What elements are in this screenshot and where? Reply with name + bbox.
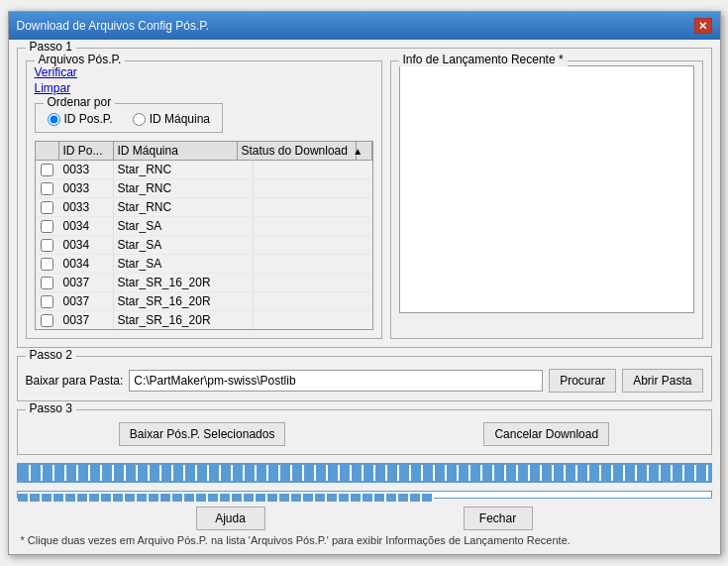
- row-check-0[interactable]: [36, 163, 59, 177]
- info-group: Info de Lançamento Recente *: [390, 60, 703, 339]
- row-id-2: 0033: [59, 198, 114, 216]
- passo2-group: Passo 2 Baixar para Pasta: Procurar Abri…: [17, 356, 712, 401]
- table-row[interactable]: 0033 Star_RNC: [36, 179, 372, 198]
- row-check-7[interactable]: [36, 294, 59, 309]
- info-textarea[interactable]: [399, 65, 694, 313]
- passo1-group: Passo 1 Arquivos Pós.P. Verificar Limpar…: [17, 48, 712, 348]
- passo1-content: Arquivos Pós.P. Verificar Limpar Ordenar…: [26, 60, 703, 339]
- row-status-2: [254, 205, 372, 209]
- row-status-6: [254, 281, 372, 284]
- row-id-7: 0037: [59, 292, 114, 310]
- radio-id-maquina-text: ID Máquina: [150, 112, 210, 126]
- row-status-4: [254, 243, 372, 247]
- progress-bar2-area: [17, 491, 712, 499]
- row-machine-5: Star_SA: [114, 255, 254, 273]
- passo2-content: Baixar para Pasta: Procurar Abrir Pasta: [26, 369, 703, 393]
- progress-bar2: [18, 494, 434, 502]
- row-check-5[interactable]: [36, 257, 59, 272]
- baixar-button[interactable]: Baixar Pós.P. Selecionados: [119, 422, 286, 446]
- abrir-pasta-button[interactable]: Abrir Pasta: [622, 369, 702, 393]
- row-check-6[interactable]: [36, 276, 59, 290]
- bottom-note: * Clique duas vezes em Arquivo Pós.P. na…: [17, 534, 712, 546]
- progress-bar: [19, 465, 710, 481]
- row-machine-3: Star_SA: [114, 217, 254, 235]
- passo3-content: Baixar Pós.P. Selecionados Cancelar Down…: [26, 422, 703, 446]
- left-panel: Arquivos Pós.P. Verificar Limpar Ordenar…: [26, 60, 382, 339]
- passo1-legend: Passo 1: [26, 40, 76, 54]
- radio-id-pos-text: ID Pos.P.: [64, 112, 113, 126]
- th-scroll: [357, 142, 372, 160]
- progress-bar-area: [17, 463, 712, 483]
- title-bar: Download de Arquivos Config Pós.P. ✕: [9, 12, 720, 40]
- row-checkbox-1[interactable]: [41, 182, 53, 195]
- passo2-legend: Passo 2: [26, 348, 76, 362]
- table-row[interactable]: 0033 Star_RNC: [36, 198, 372, 217]
- row-id-4: 0034: [59, 236, 114, 254]
- files-table: ID Po... ID Máquina Status do Download ▲…: [35, 141, 373, 330]
- table-row[interactable]: 0037 Star_SR_16_20R: [36, 274, 372, 292]
- table-row[interactable]: 0034 Star_SA: [36, 217, 372, 236]
- row-machine-8: Star_SR_16_20R: [114, 311, 254, 329]
- ajuda-button[interactable]: Ajuda: [196, 507, 265, 530]
- arquivos-legend: Arquivos Pós.P.: [35, 53, 126, 66]
- folder-input[interactable]: [129, 370, 543, 392]
- verificar-link[interactable]: Verificar: [35, 65, 373, 79]
- table-body: 0033 Star_RNC 0033 Star_RNC 0033 Star_RN…: [36, 161, 372, 329]
- ordenar-legend: Ordenar por: [44, 95, 116, 109]
- th-machine: ID Máquina: [114, 142, 238, 160]
- row-check-2[interactable]: [36, 200, 59, 215]
- table-row[interactable]: 0037 Star_SR_16_20R: [36, 292, 372, 311]
- row-status-8: [254, 318, 372, 322]
- row-status-5: [254, 262, 372, 266]
- row-check-8[interactable]: [36, 313, 59, 328]
- radio-id-maquina-label[interactable]: ID Máquina: [133, 112, 210, 126]
- row-id-8: 0037: [59, 311, 114, 329]
- row-status-3: [254, 224, 372, 228]
- cancelar-button[interactable]: Cancelar Download: [483, 422, 609, 446]
- row-check-3[interactable]: [36, 219, 59, 234]
- row-checkbox-2[interactable]: [41, 201, 53, 214]
- procurar-button[interactable]: Procurar: [549, 369, 616, 393]
- radio-id-maquina[interactable]: [133, 113, 146, 126]
- table-row[interactable]: 0034 Star_SA: [36, 236, 372, 255]
- row-status-1: [254, 186, 372, 190]
- row-machine-6: Star_SR_16_20R: [114, 274, 254, 291]
- row-machine-0: Star_RNC: [114, 161, 254, 178]
- row-machine-1: Star_RNC: [114, 179, 254, 197]
- fechar-button[interactable]: Fechar: [464, 507, 533, 530]
- passo3-legend: Passo 3: [26, 401, 76, 415]
- table-row[interactable]: 0033 Star_RNC: [36, 161, 372, 179]
- row-checkbox-0[interactable]: [41, 164, 53, 176]
- radio-id-pos[interactable]: [48, 113, 60, 126]
- ordenar-group: Ordenar por ID Pos.P. ID Máquina: [35, 103, 224, 133]
- row-checkbox-8[interactable]: [41, 314, 53, 327]
- table-header: ID Po... ID Máquina Status do Download ▲: [36, 142, 372, 161]
- close-button[interactable]: ✕: [694, 18, 712, 34]
- row-machine-7: Star_SR_16_20R: [114, 292, 254, 310]
- window-title: Download de Arquivos Config Pós.P.: [17, 19, 210, 33]
- table-row[interactable]: 0034 Star_SA: [36, 255, 372, 274]
- row-id-3: 0034: [59, 217, 114, 235]
- radio-id-pos-label[interactable]: ID Pos.P.: [48, 112, 113, 126]
- row-id-1: 0033: [59, 179, 114, 197]
- radio-row: ID Pos.P. ID Máquina: [48, 112, 211, 126]
- info-legend: Info de Lançamento Recente *: [399, 53, 568, 66]
- row-check-1[interactable]: [36, 181, 59, 196]
- main-window: Download de Arquivos Config Pós.P. ✕ Pas…: [8, 11, 721, 555]
- row-checkbox-5[interactable]: [41, 258, 53, 271]
- row-id-6: 0037: [59, 274, 114, 291]
- bottom-buttons: Ajuda Fechar: [17, 507, 712, 530]
- passo3-group: Passo 3 Baixar Pós.P. Selecionados Cance…: [17, 409, 712, 455]
- row-checkbox-4[interactable]: [41, 239, 53, 252]
- row-checkbox-3[interactable]: [41, 220, 53, 233]
- table-row[interactable]: 0037 Star_SR_16_20R: [36, 311, 372, 329]
- row-status-0: [254, 168, 372, 171]
- arquivos-group: Arquivos Pós.P. Verificar Limpar Ordenar…: [26, 60, 382, 339]
- row-checkbox-6[interactable]: [41, 277, 53, 289]
- action-links: Verificar Limpar: [35, 65, 373, 95]
- row-id-5: 0034: [59, 255, 114, 273]
- window-body: Passo 1 Arquivos Pós.P. Verificar Limpar…: [9, 40, 720, 554]
- limpar-link[interactable]: Limpar: [35, 81, 373, 95]
- row-check-4[interactable]: [36, 238, 59, 253]
- row-checkbox-7[interactable]: [41, 295, 53, 308]
